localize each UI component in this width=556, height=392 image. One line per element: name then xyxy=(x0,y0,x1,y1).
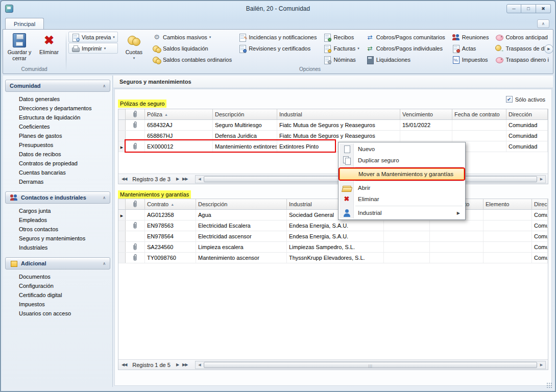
menu-item-mover-a-mantenimientos[interactable]: Mover a Mantenimientos y garantías xyxy=(340,168,464,180)
cell-industrial[interactable]: Limpiezas Sampedro, S.L. xyxy=(287,242,384,252)
polizas-table-row[interactable]: 658432AJ Seguro Multiriesgo Fiatc Mutua … xyxy=(118,120,548,131)
cuotas-button[interactable]: Cuotas ▾ xyxy=(119,31,149,65)
column-header-elemento[interactable]: Elemento xyxy=(484,199,532,209)
actas-button[interactable]: Actas xyxy=(449,43,492,54)
tab-principal[interactable]: Principal xyxy=(5,18,44,30)
menu-item-nuevo[interactable]: Nuevo xyxy=(340,143,464,155)
scroll-left-icon[interactable]: ◀ xyxy=(196,363,203,367)
cell-elemento[interactable] xyxy=(484,220,532,231)
traspaso-dinero-i-button[interactable]: Traspaso dinero i xyxy=(493,54,551,65)
cell-contrato[interactable]: EN978564 xyxy=(145,231,196,241)
menu-item-abrir[interactable]: Abrir xyxy=(340,182,464,193)
sidebar-item[interactable]: Presupuestos xyxy=(5,140,110,150)
cell-hidden[interactable] xyxy=(384,220,430,231)
sidebar-item[interactable]: Industriales xyxy=(5,243,110,252)
mantenimientos-table-row[interactable]: TY0098760 Mantenimiento ascensor ThyssnK… xyxy=(118,253,548,263)
cell-poliza[interactable]: EX000012 xyxy=(145,141,213,152)
scroll-right-icon[interactable]: ▶ xyxy=(538,177,545,181)
scrollbar-thumb[interactable] xyxy=(204,362,537,368)
column-header-industrial[interactable]: Industrial xyxy=(277,109,400,119)
cell-elemento[interactable] xyxy=(484,253,532,263)
sidebar-item[interactable]: Documentos xyxy=(5,272,110,281)
nominas-button[interactable]: Nóminas xyxy=(321,54,361,65)
cell-fecha-contrato[interactable] xyxy=(452,131,506,141)
cell-descripcion[interactable]: Electricidad ascensor xyxy=(196,231,287,241)
sidebar-item[interactable]: Coeficientes xyxy=(5,122,110,131)
column-header-fecha-contrato[interactable]: Fecha de contrato xyxy=(452,109,506,119)
menu-item-industrial[interactable]: Industrial ▶ xyxy=(340,207,464,218)
sidebar-item[interactable]: Empleados xyxy=(5,215,110,225)
cell-descripcion[interactable]: Agua xyxy=(196,210,287,220)
recibos-button[interactable]: Recibos xyxy=(321,32,361,42)
maximize-button[interactable]: □ xyxy=(521,4,536,13)
nav-last-button[interactable]: ▶▶ xyxy=(181,362,188,367)
nav-first-button[interactable]: ◀◀ xyxy=(120,362,128,367)
sidebar-item[interactable]: Estructura de liquidación xyxy=(5,113,110,122)
cell-industrial[interactable]: Fiatc Mutua de Seguros y Reaseguros xyxy=(277,131,400,141)
guardar-y-cerrar-button[interactable]: Guardar y cerrar xyxy=(5,31,34,65)
menu-item-duplicar-seguro[interactable]: Duplicar seguro xyxy=(340,155,464,166)
cell-direccion[interactable]: Comunidad xyxy=(506,131,548,141)
cell-descripcion[interactable]: Limpieza escalera xyxy=(196,242,287,252)
sidebar-item[interactable]: Contratos de propiedad xyxy=(5,159,110,168)
cell-contrato[interactable]: TY0098760 xyxy=(145,253,196,263)
column-header-direccion[interactable]: Dirección xyxy=(506,109,548,119)
sidebar-item[interactable]: Otros contactos xyxy=(5,225,110,234)
impuestos-button[interactable]: Impuestos xyxy=(449,54,492,65)
mantenimientos-table-row[interactable]: SA234560 Limpieza escalera Limpiezas Sam… xyxy=(118,242,548,253)
cell-direccion[interactable]: Comunidad xyxy=(532,231,548,241)
collapse-ribbon-button[interactable]: ∧ xyxy=(537,19,549,28)
cell-direccion[interactable]: Comunidad xyxy=(532,210,548,220)
sidebar-item[interactable]: Certificado digital xyxy=(5,290,110,300)
ribbon-scroll-right-button[interactable]: ▶ xyxy=(544,44,553,54)
scroll-right-icon[interactable]: ▶ xyxy=(538,363,545,367)
column-header-descripcion[interactable]: Descripción xyxy=(196,199,287,209)
cell-direccion[interactable]: Comunidad xyxy=(506,120,548,130)
cobros-anticipados-button[interactable]: Cobros anticipad xyxy=(493,32,551,42)
sidebar-item[interactable]: Planes de gastos xyxy=(5,131,110,140)
vista-previa-button[interactable]: Vista previa ▾ xyxy=(68,32,118,42)
eliminar-button[interactable]: ✖ Eliminar xyxy=(34,31,64,65)
cell-industrial[interactable]: Endesa Energia, S.A.U. xyxy=(287,220,384,231)
cell-poliza[interactable]: 658867HJ xyxy=(145,131,213,141)
scroll-left-icon[interactable]: ◀ xyxy=(196,177,203,181)
sidebar-group-header-contactos[interactable]: Contactos e industriales ∧ xyxy=(5,191,110,204)
cell-descripcion[interactable]: Electricidad Escalera xyxy=(196,220,287,231)
cell-descripcion[interactable]: Seguro Multiriesgo xyxy=(213,120,277,130)
column-header-direccion[interactable]: Dirección xyxy=(532,199,548,209)
cell-descripcion[interactable]: Mantenimiento ascensor xyxy=(196,253,287,263)
imprimir-button[interactable]: Imprimir ▾ xyxy=(68,43,118,54)
nav-next-button[interactable]: ▶ xyxy=(175,362,180,367)
cell-fecha-contrato[interactable] xyxy=(430,242,484,252)
facturas-button[interactable]: Facturas ▾ xyxy=(321,43,361,54)
menu-item-eliminar[interactable]: ✖ Eliminar xyxy=(340,193,464,205)
sidebar-item[interactable]: Datos generales xyxy=(5,94,110,104)
incidencias-button[interactable]: ✎ Incidencias y notificaciones xyxy=(236,32,319,42)
polizas-table-row[interactable]: EX000012 Mantenimiento extintores Extint… xyxy=(118,141,548,152)
minimize-button[interactable]: ─ xyxy=(506,4,521,13)
solo-activos-checkbox-row[interactable]: ✔ Sólo activos xyxy=(506,96,545,103)
cell-elemento[interactable] xyxy=(484,242,532,252)
nav-first-button[interactable]: ◀◀ xyxy=(120,177,128,181)
sidebar-item[interactable]: Seguros y mantenimientos xyxy=(5,234,110,243)
cell-industrial[interactable]: Fiatc Mutua de Seguros y Reaseguros xyxy=(277,120,400,130)
cell-direccion[interactable]: Comunidad xyxy=(506,141,548,152)
horizontal-scrollbar[interactable]: ◀ ▶ xyxy=(195,361,546,369)
revisiones-button[interactable]: Revisiones y certificados xyxy=(236,43,319,54)
cell-fecha-contrato[interactable] xyxy=(430,220,484,231)
cell-vencimiento[interactable] xyxy=(400,131,452,141)
sidebar-item[interactable]: Impuestos xyxy=(5,300,110,309)
checkbox-checked-icon[interactable]: ✔ xyxy=(506,96,513,103)
cell-elemento[interactable] xyxy=(484,231,532,241)
cell-hidden[interactable] xyxy=(384,231,430,241)
sidebar-item[interactable]: Derramas xyxy=(5,177,110,186)
cell-direccion[interactable]: Comunidad xyxy=(532,220,548,231)
cobros-pagos-individuales-button[interactable]: ⇄ Cobros/Pagos individuales xyxy=(364,43,448,54)
cell-fecha-contrato[interactable] xyxy=(452,120,506,130)
polizas-table-row[interactable]: 658867HJ Defensa Juridica Fiatc Mutua de… xyxy=(118,131,548,141)
cell-descripcion[interactable]: Defensa Juridica xyxy=(213,131,277,141)
cell-descripcion[interactable]: Mantenimiento extintores xyxy=(213,141,277,152)
traspasos-dinero-button[interactable]: Traspasos de din xyxy=(493,43,551,54)
nav-last-button[interactable]: ▶▶ xyxy=(181,177,188,181)
window-titlebar[interactable]: Bailén, 20 - Comunidad ─ □ ✖ xyxy=(1,1,555,16)
